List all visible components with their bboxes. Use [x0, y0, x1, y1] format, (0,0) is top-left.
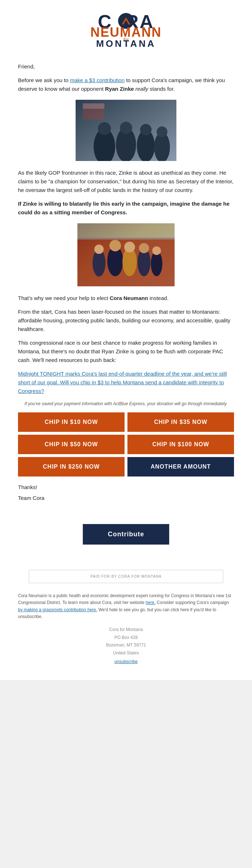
email-header: C RA NEUMANN for MONTANA	[0, 0, 252, 55]
family-image-svg	[77, 223, 175, 286]
salutation: Friend,	[18, 62, 234, 71]
spacer	[0, 555, 252, 566]
donation-grid: CHIP IN $10 NOW CHIP IN $35 NOW CHIP IN …	[18, 412, 234, 476]
actblue-notice: If you've saved your payment information…	[18, 401, 234, 407]
paid-for-notice: PAID FOR BY CORA FOR MONTANA	[29, 570, 223, 583]
svg-point-14	[140, 124, 152, 135]
family-image	[77, 223, 175, 286]
zinke-image	[76, 100, 176, 161]
grassroots-link[interactable]: by making a grassroots contribution here…	[18, 607, 97, 612]
svg-text:MONTANA: MONTANA	[96, 38, 156, 47]
paragraph2: As the likely GOP frontrunner in this ra…	[18, 169, 234, 194]
website-link[interactable]: here.	[146, 600, 156, 605]
svg-rect-18	[83, 103, 104, 109]
contribute-button[interactable]: Contribute	[83, 524, 169, 545]
unsubscribe-link[interactable]: unsubscribe	[18, 658, 234, 676]
donate-100-button[interactable]: CHIP IN $100 NOW	[127, 435, 234, 454]
contribution-link[interactable]: make a $3 contribution	[70, 77, 125, 83]
image1-container	[18, 100, 234, 162]
para4-pre: That's why we need your help to elect	[18, 295, 110, 301]
donate-50-button[interactable]: CHIP IN $50 NOW	[18, 435, 125, 454]
donate-10-button[interactable]: CHIP IN $10 NOW	[18, 412, 125, 432]
svg-point-29	[139, 243, 149, 253]
paragraph1: Before we ask you to make a $3 contribut…	[18, 76, 234, 93]
donate-other-button[interactable]: ANOTHER AMOUNT	[127, 457, 234, 476]
svg-point-10	[98, 122, 111, 135]
donate-35-button[interactable]: CHIP IN $35 NOW	[127, 412, 234, 432]
paragraph1-end: stands for.	[148, 86, 175, 92]
paragraph1-pre: Before we ask you to	[18, 77, 70, 83]
para4-post: instead.	[148, 295, 168, 301]
cora-name: Cora Neumann	[110, 295, 148, 301]
contribute-section: Contribute	[0, 517, 252, 555]
footer-address: Cora for Montana PO Box 428 Bozeman, MT …	[18, 626, 234, 657]
logo-svg: C RA NEUMANN for MONTANA	[72, 11, 180, 47]
svg-point-31	[152, 246, 161, 255]
thanks-section: Thanks! Team Cora	[18, 483, 234, 502]
email-content: Friend, Before we ask you to make a $3 c…	[0, 55, 252, 517]
paragraph3: If Zinke is willing to blatantly lie thi…	[18, 200, 234, 217]
really-italic: really	[134, 86, 148, 92]
footer-bio: Cora Neumann is a public health and econ…	[18, 592, 234, 620]
footer-bio-mid: Consider supporting Cora's campaign	[156, 600, 229, 605]
footer: Cora Neumann is a public health and econ…	[0, 587, 252, 680]
address-line3: Bozeman, MT 59771	[18, 641, 234, 649]
thanks-text: Thanks!	[18, 483, 234, 492]
paragraph4: That's why we need your help to elect Co…	[18, 294, 234, 303]
paragraph5: From the start, Cora has been laser-focu…	[18, 308, 234, 334]
address-line1: Cora for Montana	[18, 626, 234, 634]
svg-point-23	[94, 245, 104, 254]
address-line4: United States	[18, 649, 234, 657]
deadline-link[interactable]: Midnight TONIGHT marks Cora's last end-o…	[18, 370, 234, 395]
zinke-image-svg	[76, 100, 176, 161]
team-text: Team Cora	[18, 494, 234, 502]
svg-point-25	[109, 240, 121, 251]
svg-point-16	[157, 126, 167, 137]
image2-container	[18, 223, 234, 287]
paragraph6: This congressional race is our best chan…	[18, 339, 234, 364]
svg-point-27	[124, 242, 135, 252]
zinke-name: Ryan Zinke	[105, 86, 134, 92]
donate-250-button[interactable]: CHIP IN $250 NOW	[18, 457, 125, 476]
svg-point-12	[120, 122, 132, 134]
svg-rect-21	[77, 223, 175, 240]
address-line2: PO Box 428	[18, 634, 234, 642]
